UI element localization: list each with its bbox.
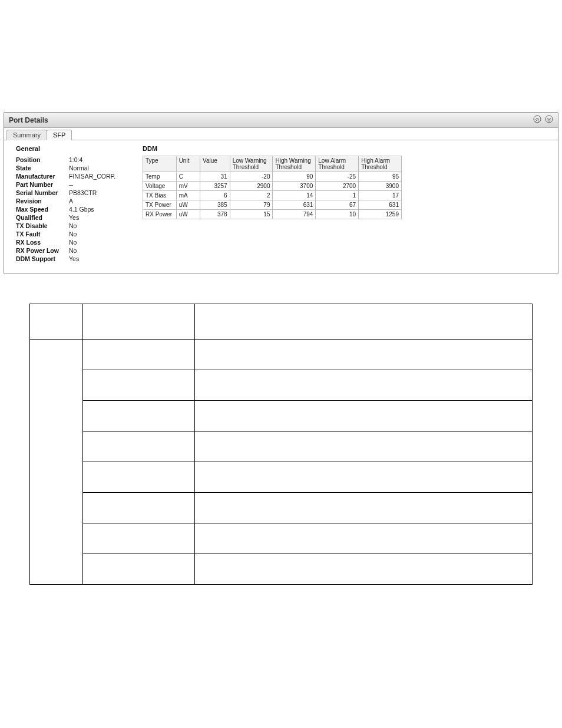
ddm-th: Value <box>200 156 230 172</box>
doc-cell <box>83 462 195 493</box>
doc-cell <box>83 370 195 401</box>
kv-row: StateNormal <box>16 164 131 172</box>
ddm-row: Voltage mV 3257 2900 3700 2700 3900 <box>143 182 402 191</box>
ddm-cell: Voltage <box>143 182 177 191</box>
kv-value: No <box>69 247 77 254</box>
kv-label: State <box>16 164 69 172</box>
doc-cell <box>195 401 533 431</box>
doc-cell <box>30 304 83 340</box>
ddm-th: High Warning Threshold <box>273 156 316 172</box>
ddm-cell: uW <box>176 210 200 219</box>
kv-value: No <box>69 222 77 229</box>
ddm-row: Temp C 31 -20 90 -25 95 <box>143 172 402 182</box>
doc-cell <box>30 340 83 585</box>
tab-sfp[interactable]: SFP <box>47 130 72 140</box>
ddm-cell: mV <box>176 182 200 191</box>
kv-value: Normal <box>69 164 89 172</box>
doc-cell <box>195 523 533 554</box>
panel-title-text: Port Details <box>9 116 48 124</box>
ddm-cell: 95 <box>359 172 402 182</box>
ddm-row: TX Power uW 385 79 631 67 631 <box>143 200 402 210</box>
ddm-cell: 1259 <box>359 210 402 219</box>
doc-table-row <box>30 401 533 431</box>
tabs: Summary SFP <box>4 128 558 140</box>
ddm-cell: -20 <box>230 172 273 182</box>
doc-table-section <box>0 304 562 585</box>
doc-cell <box>83 304 195 340</box>
kv-value: No <box>69 239 77 246</box>
doc-cell <box>195 340 533 370</box>
ddm-header-row: Type Unit Value Low Warning Threshold Hi… <box>143 156 402 172</box>
doc-table-row <box>30 523 533 554</box>
ddm-cell: 1 <box>316 191 359 200</box>
kv-label: DDM Support <box>16 255 69 262</box>
doc-cell <box>83 554 195 585</box>
doc-cell <box>83 401 195 431</box>
kv-row: TX DisableNo <box>16 222 131 230</box>
tab-summary[interactable]: Summary <box>6 130 47 140</box>
ddm-section: DDM Type Unit Value Low Warning Threshol… <box>143 145 550 263</box>
general-section: General Position1:0:4 StateNormal Manufa… <box>16 145 131 263</box>
doc-table-header-row <box>30 304 533 340</box>
kv-row: Position1:0:4 <box>16 156 131 164</box>
kv-label: Position <box>16 156 69 163</box>
doc-cell <box>195 370 533 401</box>
doc-cell <box>83 493 195 523</box>
doc-table <box>29 304 533 585</box>
ddm-cell: Temp <box>143 172 177 182</box>
ddm-row: TX Bias mA 6 2 14 1 17 <box>143 191 402 200</box>
doc-cell <box>195 462 533 493</box>
kv-label: TX Fault <box>16 230 69 238</box>
ddm-cell: 2 <box>230 191 273 200</box>
doc-table-row <box>30 493 533 523</box>
ddm-cell: 2700 <box>316 182 359 191</box>
ddm-cell: uW <box>176 200 200 210</box>
kv-label: RX Power Low <box>16 247 69 254</box>
kv-label: Qualified <box>16 214 69 221</box>
ddm-row: RX Power uW 378 15 794 10 1259 <box>143 210 402 219</box>
ddm-cell: 378 <box>200 210 230 219</box>
doc-cell <box>83 340 195 370</box>
ddm-cell: TX Power <box>143 200 177 210</box>
kv-row: Part Number-- <box>16 180 131 189</box>
kv-row: RX LossNo <box>16 238 131 246</box>
ddm-cell: mA <box>176 191 200 200</box>
ddm-th: Unit <box>176 156 200 172</box>
doc-cell <box>195 493 533 523</box>
svg-point-0 <box>534 116 541 123</box>
kv-value: Yes <box>69 214 79 221</box>
doc-table-row <box>30 370 533 401</box>
kv-label: Serial Number <box>16 189 69 196</box>
ddm-cell: 90 <box>273 172 316 182</box>
ddm-th: Low Alarm Threshold <box>316 156 359 172</box>
doc-table-row <box>30 462 533 493</box>
kv-value: 1:0:4 <box>69 156 82 163</box>
doc-cell <box>195 554 533 585</box>
kv-label: TX Disable <box>16 222 69 229</box>
doc-cell <box>83 523 195 554</box>
ddm-th: Type <box>143 156 177 172</box>
ddm-cell: 3700 <box>273 182 316 191</box>
kv-row: ManufacturerFINISAR_CORP. <box>16 172 131 180</box>
kv-label: Part Number <box>16 181 69 188</box>
ddm-cell: 794 <box>273 210 316 219</box>
collapse-all-icon[interactable] <box>533 115 541 125</box>
ddm-cell: 67 <box>316 200 359 210</box>
kv-value: No <box>69 230 77 238</box>
doc-cell <box>195 431 533 462</box>
doc-table-row <box>30 431 533 462</box>
ddm-cell: -25 <box>316 172 359 182</box>
doc-cell <box>195 304 533 340</box>
doc-table-row <box>30 554 533 585</box>
kv-value: A <box>69 197 73 205</box>
kv-value: Yes <box>69 255 79 262</box>
ddm-cell: 31 <box>200 172 230 182</box>
expand-all-icon[interactable] <box>545 115 553 125</box>
ddm-cell: 3257 <box>200 182 230 191</box>
ddm-cell: 17 <box>359 191 402 200</box>
ddm-cell: 631 <box>273 200 316 210</box>
panel-titlebar: Port Details <box>4 113 558 128</box>
ddm-cell: 3900 <box>359 182 402 191</box>
port-details-panel: Port Details Summary SFP General Positio… <box>4 112 558 274</box>
kv-value: PB83CTR <box>69 189 97 196</box>
